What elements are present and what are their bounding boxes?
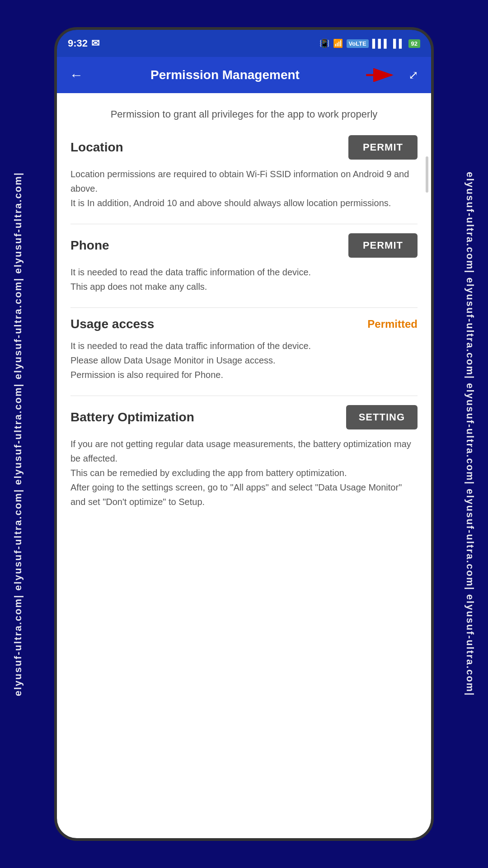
intro-text: Permission to grant all privileges for t… <box>70 107 418 122</box>
phone-description: It is needed to read the data traffic in… <box>70 265 418 294</box>
signal-icon-1: ▌▌▌ <box>372 39 389 48</box>
location-permit-button[interactable]: PERMIT <box>348 135 418 160</box>
usage-access-status-badge: Permitted <box>367 318 418 330</box>
location-permission-section: Location PERMIT Location permissions are… <box>70 135 418 210</box>
phone-permission-section: Phone PERMIT It is needed to read the da… <box>70 233 418 294</box>
phone-title: Phone <box>70 238 109 253</box>
signal-icon-2: ▌▌ <box>393 39 405 48</box>
usage-access-permission-section: Usage access Permitted It is needed to r… <box>70 317 418 382</box>
battery-setting-button[interactable]: SETTING <box>346 405 418 429</box>
main-content: Permission to grant all privileges for t… <box>57 93 431 838</box>
location-title: Location <box>70 140 123 155</box>
status-bar: 9:32 ✉ 📳 📶 VoLTE ▌▌▌ ▌▌ 92 <box>57 30 431 57</box>
header-bar: ← Permission Management ⤢ <box>57 57 431 93</box>
battery-optimization-title: Battery Optimization <box>70 410 194 425</box>
usage-access-permission-row: Usage access Permitted <box>70 317 418 331</box>
phone-permit-button[interactable]: PERMIT <box>348 233 418 258</box>
divider-1 <box>70 224 418 224</box>
battery-optimization-row: Battery Optimization SETTING <box>70 405 418 429</box>
back-button[interactable]: ← <box>66 64 87 86</box>
watermark-right: elyusuf-ultra.com| elyusuf-ultra.com| el… <box>452 0 488 868</box>
watermark-right-text: elyusuf-ultra.com| elyusuf-ultra.com| el… <box>464 172 476 696</box>
usage-access-title: Usage access <box>70 317 154 331</box>
battery-optimization-section: Battery Optimization SETTING If you are … <box>70 405 418 509</box>
watermark-left-text: elyusuf-ultra.com| elyusuf-ultra.com| el… <box>12 172 24 696</box>
divider-2 <box>70 307 418 308</box>
location-description: Location permissions are required to obt… <box>70 167 418 210</box>
battery-optimization-description: If you are not getting regular data usag… <box>70 437 418 509</box>
phone-vibrate-icon: 📳 <box>319 38 329 48</box>
page-title: Permission Management <box>92 68 358 82</box>
battery-indicator: 92 <box>408 39 420 48</box>
external-link-button[interactable]: ⤢ <box>405 65 422 86</box>
volte-badge: VoLTE <box>347 39 369 48</box>
usage-access-description: It is needed to read the data traffic in… <box>70 339 418 382</box>
watermark-left: elyusuf-ultra.com| elyusuf-ultra.com| el… <box>0 0 36 868</box>
status-time: 9:32 ✉ <box>68 38 99 49</box>
time-display: 9:32 <box>68 38 88 49</box>
red-arrow-annotation <box>363 68 399 82</box>
phone-permission-row: Phone PERMIT <box>70 233 418 258</box>
message-icon: ✉ <box>91 38 99 49</box>
location-permission-row: Location PERMIT <box>70 135 418 160</box>
phone-frame: 9:32 ✉ 📳 📶 VoLTE ▌▌▌ ▌▌ 92 ← Permission … <box>54 27 434 841</box>
divider-3 <box>70 396 418 396</box>
wifi-icon: 📶 <box>333 38 343 48</box>
scroll-indicator[interactable] <box>426 156 428 193</box>
status-icons: 📳 📶 VoLTE ▌▌▌ ▌▌ 92 <box>319 38 421 48</box>
